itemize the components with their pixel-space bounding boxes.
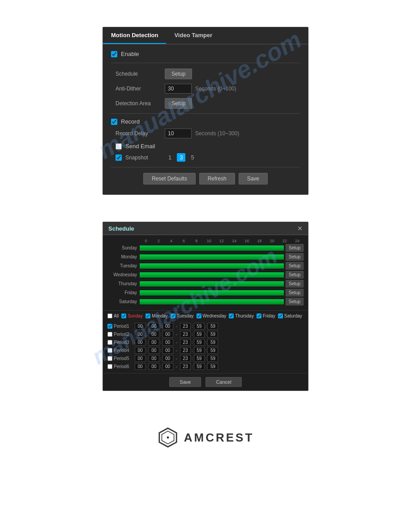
legend-all-checkbox[interactable]: [107, 313, 112, 318]
friday-setup-button[interactable]: Setup: [286, 289, 304, 296]
period1-start-m[interactable]: [149, 323, 159, 330]
tab-video-tamper[interactable]: Video Tamper: [166, 27, 220, 44]
tick-8: 8: [190, 239, 203, 243]
thursday-setup-button[interactable]: Setup: [286, 280, 304, 287]
period5-start-h[interactable]: [135, 355, 146, 362]
period6-start-m[interactable]: [149, 363, 159, 370]
period5-start-s[interactable]: [163, 355, 173, 362]
enable-checkbox[interactable]: [111, 51, 117, 57]
refresh-button[interactable]: Refresh: [199, 173, 235, 184]
period6-end-m[interactable]: [194, 363, 205, 370]
period-row-6: Period6 : : - : :: [107, 363, 304, 370]
schedule-label: Schedule: [116, 71, 165, 77]
legend-monday: Monday: [146, 313, 168, 318]
reset-defaults-button[interactable]: Reset Defaults: [143, 173, 196, 184]
legend-sunday: Sunday: [121, 313, 143, 318]
day-row-tuesday: Tuesday Setup: [107, 262, 304, 270]
anti-dither-input[interactable]: [165, 84, 192, 94]
snapshot-opt-1[interactable]: 1: [166, 153, 174, 162]
schedule-header: Schedule ✕: [103, 222, 308, 235]
period6-start-s[interactable]: [163, 363, 173, 370]
amcrest-logo-icon: [157, 427, 179, 448]
period5-checkbox[interactable]: [107, 356, 112, 361]
period5-end-s[interactable]: [207, 355, 218, 362]
period3-start-m[interactable]: [149, 339, 159, 346]
legend-saturday: Saturday: [278, 313, 302, 318]
legend-wednesday-checkbox[interactable]: [197, 313, 201, 318]
day-bar-monday[interactable]: [140, 254, 284, 260]
day-bar-tuesday[interactable]: [140, 263, 284, 269]
snapshot-opt-3[interactable]: 3: [177, 153, 185, 162]
legend-tuesday-checkbox[interactable]: [171, 313, 176, 318]
record-delay-input[interactable]: [165, 129, 192, 138]
legend-saturday-checkbox[interactable]: [278, 313, 283, 318]
legend-thursday-checkbox[interactable]: [229, 313, 234, 318]
day-bar-sunday[interactable]: [140, 245, 284, 251]
period3-checkbox[interactable]: [107, 340, 112, 345]
period1-end-s[interactable]: [207, 323, 218, 330]
wednesday-setup-button[interactable]: Setup: [286, 271, 304, 279]
period4-start-h[interactable]: [135, 347, 146, 354]
schedule-save-button[interactable]: Save: [169, 377, 201, 387]
period6-start-h[interactable]: [135, 363, 146, 370]
period4-end-s[interactable]: [207, 347, 218, 354]
day-bar-saturday[interactable]: [140, 299, 284, 305]
tuesday-setup-button[interactable]: Setup: [286, 262, 304, 270]
period3-end-h[interactable]: [180, 339, 191, 346]
legend-monday-checkbox[interactable]: [146, 313, 150, 318]
record-checkbox[interactable]: [111, 119, 117, 125]
period4-end-h[interactable]: [180, 347, 191, 354]
monday-setup-button[interactable]: Setup: [286, 253, 304, 261]
day-bar-friday[interactable]: [140, 290, 284, 296]
period1-start-h[interactable]: [135, 323, 146, 330]
period4-checkbox[interactable]: [107, 348, 112, 353]
period6-end-s[interactable]: [207, 363, 218, 370]
period3-end-m[interactable]: [194, 339, 205, 346]
period5-end-h[interactable]: [180, 355, 191, 362]
period3-start-s[interactable]: [163, 339, 173, 346]
day-row-monday: Monday Setup: [107, 253, 304, 261]
period2-end-m[interactable]: [194, 331, 205, 338]
snapshot-checkbox[interactable]: [116, 154, 122, 161]
schedule-setup-button[interactable]: Setup: [165, 69, 192, 79]
period4-start-m[interactable]: [149, 347, 159, 354]
legend-friday-checkbox[interactable]: [257, 313, 261, 318]
period6-end-h[interactable]: [180, 363, 191, 370]
period2-start-m[interactable]: [149, 331, 159, 338]
record-delay-row: Record Delay Seconds (10~300): [111, 129, 300, 138]
legend-tuesday-label: Tuesday: [177, 313, 194, 318]
period2-start-h[interactable]: [135, 331, 146, 338]
svg-point-2: [167, 437, 169, 439]
anti-dither-label: Anti-Dither: [116, 86, 165, 92]
day-bar-thursday[interactable]: [140, 281, 284, 287]
period-row-4: Period4 : : - : :: [107, 347, 304, 354]
day-bar-wednesday[interactable]: [140, 272, 284, 278]
period5-start-m[interactable]: [149, 355, 159, 362]
saturday-setup-button[interactable]: Setup: [286, 298, 304, 305]
sunday-setup-button[interactable]: Setup: [286, 244, 304, 252]
period1-start-s[interactable]: [163, 323, 173, 330]
period1-checkbox[interactable]: [107, 324, 112, 329]
period2-checkbox[interactable]: [107, 332, 112, 337]
tick-0: 0: [140, 239, 152, 243]
day-label-saturday: Saturday: [107, 299, 140, 304]
period1-end-m[interactable]: [194, 323, 205, 330]
close-button[interactable]: ✕: [297, 225, 303, 232]
tab-motion-detection[interactable]: Motion Detection: [103, 27, 166, 44]
period2-start-s[interactable]: [163, 331, 173, 338]
period6-checkbox[interactable]: [107, 364, 112, 369]
send-email-checkbox[interactable]: [116, 143, 122, 150]
period4-end-m[interactable]: [194, 347, 205, 354]
period3-start-h[interactable]: [135, 339, 146, 346]
snapshot-opt-5[interactable]: 5: [188, 153, 197, 162]
period2-end-h[interactable]: [180, 331, 191, 338]
detection-area-setup-button[interactable]: Setup: [165, 98, 192, 109]
legend-sunday-checkbox[interactable]: [121, 313, 126, 318]
save-button[interactable]: Save: [239, 173, 268, 184]
period4-start-s[interactable]: [163, 347, 173, 354]
period5-end-m[interactable]: [194, 355, 205, 362]
period2-end-s[interactable]: [207, 331, 218, 338]
schedule-cancel-button[interactable]: Cancel: [206, 377, 241, 387]
period1-end-h[interactable]: [180, 323, 191, 330]
period3-end-s[interactable]: [207, 339, 218, 346]
